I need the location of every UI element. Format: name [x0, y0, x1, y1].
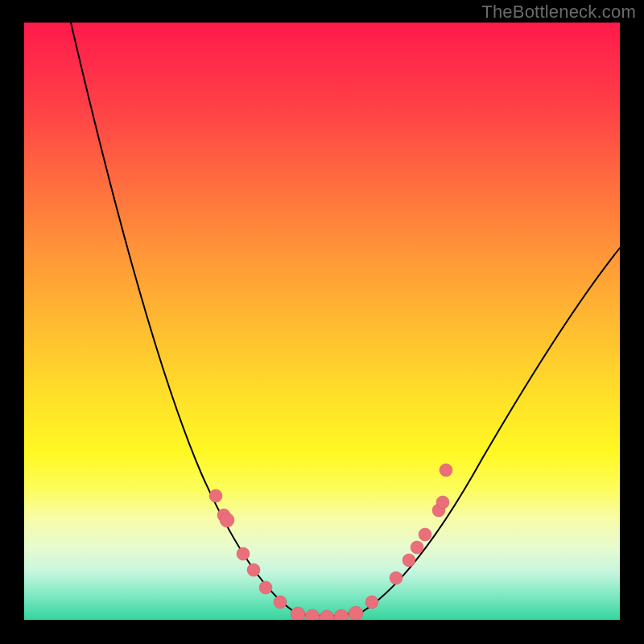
data-point [436, 496, 449, 509]
data-point [305, 609, 320, 620]
data-point [419, 528, 431, 541]
curve-right-branch [330, 248, 620, 617]
data-point [334, 609, 349, 620]
data-point [274, 596, 287, 609]
data-point [349, 606, 363, 620]
data-point [291, 607, 305, 620]
data-point [237, 547, 250, 560]
chart-svg [24, 23, 620, 620]
chart-area [24, 23, 620, 620]
data-point [390, 572, 402, 584]
data-point [247, 564, 260, 576]
watermark-text: TheBottleneck.com [481, 2, 636, 23]
curve-left-branch [71, 23, 330, 617]
data-point [209, 489, 222, 502]
data-point [365, 596, 378, 609]
data-point [259, 581, 272, 594]
data-point [402, 554, 415, 567]
data-point [320, 610, 334, 620]
data-point [411, 541, 423, 554]
data-point [220, 513, 234, 527]
data-point [440, 464, 452, 477]
